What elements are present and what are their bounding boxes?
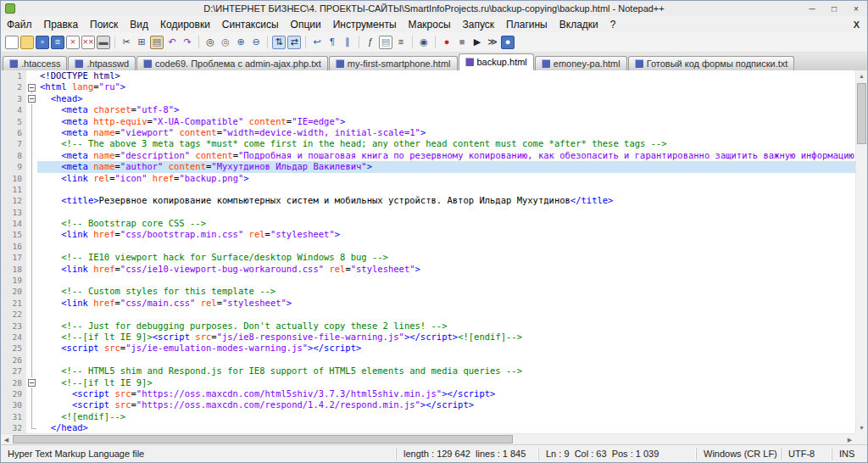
- code-text[interactable]: [37, 184, 855, 195]
- zoom-in-icon[interactable]: ⊕: [234, 36, 248, 49]
- line-number[interactable]: 10: [1, 173, 26, 184]
- tab-2[interactable]: code69. Проблема с admin-ajax.php.txt: [136, 56, 328, 70]
- code-text[interactable]: <!-- Custom styles for this template -->: [37, 286, 855, 297]
- find-icon[interactable]: ◎: [203, 36, 217, 49]
- code-text[interactable]: [37, 207, 855, 218]
- code-text-current-line[interactable]: <meta name="author" content="Мухутдинов …: [37, 161, 855, 172]
- copy-icon[interactable]: ⊞: [135, 36, 148, 49]
- menu-item-1[interactable]: Правка: [38, 18, 85, 31]
- line-number[interactable]: 30: [1, 399, 26, 410]
- menu-item-10[interactable]: Плагины: [500, 18, 554, 31]
- open-folder-icon[interactable]: [20, 36, 34, 49]
- line-number[interactable]: 1: [1, 70, 26, 81]
- fold-toggle[interactable]: [26, 377, 37, 388]
- scroll-right-arrow-icon[interactable]: ▶: [844, 434, 855, 444]
- code-text[interactable]: [37, 309, 855, 320]
- line-number[interactable]: 11: [1, 184, 26, 195]
- vertical-scroll-thumb[interactable]: [857, 83, 866, 144]
- line-number[interactable]: 20: [1, 286, 26, 297]
- close-icon[interactable]: ×: [66, 36, 80, 49]
- line-number[interactable]: 16: [1, 241, 26, 252]
- code-text[interactable]: <script src="https://oss.maxcdn.com/html…: [37, 388, 855, 399]
- line-number[interactable]: 28: [1, 377, 26, 388]
- fold-collapse-icon[interactable]: [28, 95, 36, 103]
- document-switcher-icon[interactable]: ≡: [394, 36, 408, 49]
- line-number[interactable]: 32: [1, 422, 26, 433]
- menu-item-11[interactable]: Вкладки: [554, 18, 604, 31]
- code-text[interactable]: <title>Резервное копирование компьютерны…: [37, 195, 855, 206]
- zoom-out-icon[interactable]: ⊖: [249, 36, 263, 49]
- line-number[interactable]: 27: [1, 365, 26, 377]
- fold-collapse-icon[interactable]: [28, 379, 36, 387]
- code-area[interactable]: 1<!DOCTYPE html>2<html lang="ru">3 <head…: [1, 70, 855, 433]
- code-text[interactable]: <!-- HTML5 shim and Respond.js for IE8 s…: [37, 365, 855, 377]
- line-number[interactable]: 19: [1, 275, 26, 286]
- run-macro-multiple-times-icon[interactable]: ≫: [486, 36, 499, 49]
- line-number[interactable]: 26: [1, 354, 26, 365]
- line-number[interactable]: 14: [1, 218, 26, 229]
- code-text[interactable]: <script src="js/ie-emulation-modes-warni…: [37, 343, 855, 354]
- line-number[interactable]: 15: [1, 229, 26, 240]
- line-number[interactable]: 7: [1, 138, 26, 149]
- undo-icon[interactable]: ↶: [165, 36, 179, 49]
- tab-0[interactable]: .htaccess: [3, 56, 67, 70]
- close-button[interactable]: ×: [845, 2, 867, 16]
- code-text[interactable]: <link href="css/ie10-viewport-bug-workar…: [37, 264, 855, 275]
- tab-3[interactable]: my-first-smartphone.html: [329, 56, 458, 70]
- horizontal-scrollbar[interactable]: ◀ ▶: [1, 433, 855, 444]
- code-text[interactable]: <!-- IE10 viewport hack for Surface/desk…: [37, 252, 855, 263]
- menu-item-0[interactable]: Файл: [1, 18, 38, 31]
- line-number[interactable]: 12: [1, 195, 26, 206]
- code-text[interactable]: <!-- Bootstrap core CSS -->: [37, 218, 855, 229]
- code-text[interactable]: <script src="https://oss.maxcdn.com/resp…: [37, 399, 855, 410]
- fold-toggle[interactable]: [26, 93, 37, 104]
- document-map-icon[interactable]: ▤: [379, 36, 392, 49]
- tab-5[interactable]: emoney-pa.html: [535, 56, 627, 70]
- code-text[interactable]: <head>: [37, 93, 855, 104]
- line-number[interactable]: 24: [1, 332, 26, 343]
- close-all-icon[interactable]: ××: [81, 36, 95, 49]
- menu-item-3[interactable]: Вид: [124, 18, 154, 31]
- code-text[interactable]: <!DOCTYPE html>: [37, 70, 855, 81]
- line-number[interactable]: 29: [1, 388, 26, 399]
- line-number[interactable]: 2: [1, 81, 26, 92]
- code-text[interactable]: <link href="css/main.css" rel="styleshee…: [37, 298, 855, 309]
- monitoring-icon[interactable]: ◉: [417, 36, 431, 49]
- function-list-icon[interactable]: ƒ: [364, 36, 377, 49]
- code-text[interactable]: <!-- Just for debugging purposes. Don't …: [37, 321, 855, 332]
- vertical-scrollbar[interactable]: ▲ ▼: [855, 70, 867, 433]
- scroll-left-arrow-icon[interactable]: ◀: [1, 434, 12, 444]
- line-number[interactable]: 9: [1, 161, 26, 172]
- code-text[interactable]: <![endif]-->: [37, 411, 855, 422]
- new-file-icon[interactable]: [5, 36, 19, 49]
- line-number[interactable]: 31: [1, 411, 26, 422]
- line-number[interactable]: 23: [1, 321, 26, 332]
- menu-item-5[interactable]: Синтаксисы: [216, 18, 285, 31]
- code-text[interactable]: </head>: [37, 422, 855, 433]
- menu-item-2[interactable]: Поиск: [84, 18, 124, 31]
- line-number[interactable]: 3: [1, 93, 26, 104]
- scroll-up-arrow-icon[interactable]: ▲: [856, 70, 867, 81]
- menu-item-7[interactable]: Инструменты: [327, 18, 403, 31]
- code-text[interactable]: <meta name="description" content="Подроб…: [37, 150, 855, 161]
- code-text[interactable]: [37, 354, 855, 365]
- menu-item-6[interactable]: Опции: [285, 18, 327, 31]
- word-wrap-icon[interactable]: ↩: [310, 36, 324, 49]
- save-recorded-macro-icon[interactable]: ●: [501, 36, 515, 49]
- tab-4[interactable]: backup.html: [459, 53, 534, 70]
- line-number[interactable]: 21: [1, 298, 26, 309]
- scroll-down-arrow-icon[interactable]: ▼: [856, 422, 867, 433]
- line-number[interactable]: 13: [1, 207, 26, 218]
- line-number[interactable]: 6: [1, 127, 26, 138]
- line-number[interactable]: 4: [1, 104, 26, 115]
- code-text[interactable]: [37, 241, 855, 252]
- line-number[interactable]: 25: [1, 343, 26, 354]
- menu-item-8[interactable]: Макросы: [403, 18, 457, 31]
- indent-guide-icon[interactable]: ∥: [341, 36, 354, 49]
- show-all-characters-icon[interactable]: ¶: [326, 36, 339, 49]
- save-all-icon[interactable]: ≡: [51, 36, 64, 49]
- horizontal-scroll-thumb[interactable]: [13, 435, 513, 443]
- sync-horizontal-scrolling-icon[interactable]: ⇄: [287, 36, 301, 49]
- menu-item-12[interactable]: ?: [604, 18, 622, 31]
- minimize-button[interactable]: ─: [801, 2, 823, 16]
